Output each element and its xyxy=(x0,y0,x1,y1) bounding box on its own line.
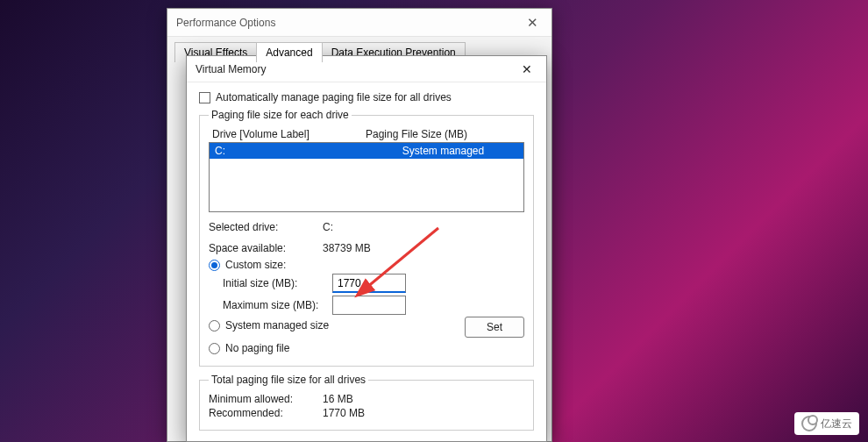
child-title-text: Virtual Memory xyxy=(187,63,266,75)
custom-size-radio[interactable] xyxy=(209,260,220,271)
custom-size-label: Custom size: xyxy=(225,259,286,271)
rec-label: Recommended: xyxy=(209,407,323,419)
max-size-input[interactable] xyxy=(332,296,406,315)
total-group: Total paging file size for all drives Mi… xyxy=(199,374,534,431)
auto-manage-checkbox[interactable] xyxy=(199,92,210,103)
col-size: Paging File Size (MB) xyxy=(366,128,467,140)
no-paging-radio[interactable] xyxy=(209,343,220,354)
space-value: 38739 MB xyxy=(323,242,371,254)
space-label: Space available: xyxy=(209,242,323,254)
col-drive: Drive [Volume Label] xyxy=(212,128,366,140)
no-paging-label: No paging file xyxy=(225,342,289,354)
initial-size-input[interactable] xyxy=(332,274,406,293)
parent-close-button[interactable]: ✕ xyxy=(513,9,551,37)
selected-drive-value: C: xyxy=(323,221,333,233)
child-titlebar: Virtual Memory ✕ xyxy=(187,56,546,82)
drive-size: System managed xyxy=(368,145,518,157)
close-button[interactable]: ✕ xyxy=(508,56,546,82)
virtual-memory-dialog: Virtual Memory ✕ Automatically manage pa… xyxy=(186,55,547,442)
drive-list-header: Drive [Volume Label] Paging File Size (M… xyxy=(209,126,524,142)
drive-row[interactable]: C: System managed xyxy=(210,143,523,159)
total-legend: Total paging file size for all drives xyxy=(209,374,368,386)
selected-drive-label: Selected drive: xyxy=(209,221,323,233)
min-value: 16 MB xyxy=(323,393,353,405)
auto-manage-label: Automatically manage paging file size fo… xyxy=(216,91,452,103)
drive-list[interactable]: C: System managed xyxy=(209,142,524,212)
max-size-label: Maximum size (MB): xyxy=(223,299,332,311)
tab-advanced[interactable]: Advanced xyxy=(256,42,322,62)
watermark-logo-icon xyxy=(801,416,817,431)
watermark: 亿速云 xyxy=(794,412,859,435)
system-managed-radio[interactable] xyxy=(209,320,220,332)
initial-size-label: Initial size (MB): xyxy=(223,277,332,289)
paging-size-group: Paging file size for each drive Drive [V… xyxy=(199,109,534,367)
system-managed-label: System managed size xyxy=(225,319,329,332)
min-label: Minimum allowed: xyxy=(209,393,323,405)
rec-value: 1770 MB xyxy=(323,407,365,419)
parent-title-text: Performance Options xyxy=(167,17,275,29)
parent-titlebar: Performance Options ✕ xyxy=(167,9,551,37)
watermark-text: 亿速云 xyxy=(821,417,852,431)
set-button[interactable]: Set xyxy=(465,317,524,338)
drive-name: C: xyxy=(215,145,368,157)
paging-size-legend: Paging file size for each drive xyxy=(209,109,352,121)
